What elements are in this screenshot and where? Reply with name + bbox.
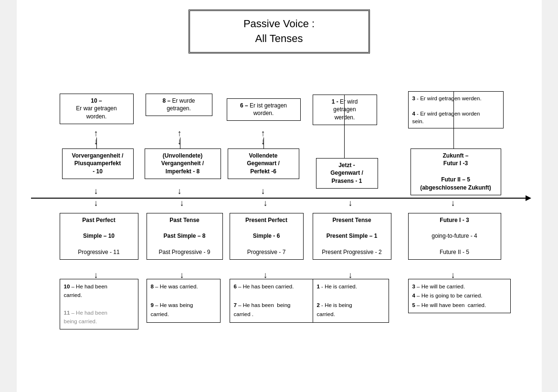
english-future: Future I - 3 going-to-future - 4 Future … bbox=[408, 213, 501, 260]
german-pluperfect: Vorvergangenheit /Plusquamperfekt- 10 bbox=[62, 148, 134, 179]
example-s8: 8 – Er wurdegetragen. bbox=[146, 94, 212, 117]
arrow-pluperfect-up: ↑ bbox=[94, 128, 98, 138]
english-pres-tense: Present Tense Present Simple – 1 Present… bbox=[313, 213, 391, 260]
example-s1: 1 - Er wirdgetragenwerden. bbox=[313, 95, 377, 125]
title-line2: All Tenses bbox=[255, 32, 303, 44]
arrow-imperfect-up: ↑ bbox=[178, 128, 182, 138]
vline-zukunft-s3 bbox=[453, 91, 454, 148]
german-perfekt: VollendeteGegenwart /Perfekt -6 bbox=[228, 148, 299, 179]
example-s6: 6 – Er ist getragenworden. bbox=[227, 98, 301, 121]
arrow-timeline-pasttense: ↓ bbox=[180, 198, 184, 208]
example-s3-4: 3 - Er wird getragen werden. 4 - Er wird… bbox=[408, 91, 504, 128]
english-past-tense: Past Tense Past Simple – 8 Past Progress… bbox=[147, 213, 223, 260]
example-e10: 10 – He had beencarried. 11 – He had bee… bbox=[60, 279, 138, 329]
arrow-timeline-future: ↓ bbox=[451, 198, 455, 208]
example-e3: 3 – He will be carried. 4 – He is going … bbox=[408, 279, 511, 314]
example-e8: 8 – He was carried. 9 – He was beingcarr… bbox=[147, 279, 221, 323]
english-pres-perfect: Present Perfect Simple - 6 Progressive -… bbox=[230, 213, 304, 260]
german-zukunft: Zukunft –Futur I -3 Futur II – 5(abgesch… bbox=[411, 148, 501, 195]
title-line1: Passive Voice : bbox=[243, 18, 315, 30]
arrow-timeline-presperf: ↓ bbox=[263, 198, 268, 208]
vline-jetzt-s1 bbox=[344, 95, 345, 158]
german-imperfect: (Unvollendete)Vergangenheit /Imperfekt -… bbox=[145, 148, 221, 179]
arrow-pluperfect-down: ↓ bbox=[94, 186, 98, 196]
arrow-perfekt-up: ↑ bbox=[261, 128, 265, 138]
arrow-timeline-pastperf: ↓ bbox=[94, 198, 98, 208]
arrow-perfekt-down: ↓ bbox=[261, 186, 265, 196]
example-e1: 1 - He is carried. 2 - He is beingcarrie… bbox=[313, 279, 389, 323]
title-box: Passive Voice : All Tenses bbox=[189, 10, 370, 53]
english-past-perfect: Past Perfect Simple – 10 Progressive - 1… bbox=[60, 213, 138, 260]
example-e6: 6 – He has been carried. 7 – He has been… bbox=[230, 279, 313, 323]
german-jetzt: Jetzt -Gegenwart /Prasens - 1 bbox=[316, 158, 378, 189]
example-s10: 10 –Er war getragenworden. bbox=[60, 94, 134, 124]
arrow-imperfect-down: ↓ bbox=[178, 186, 182, 196]
arrow-timeline-prestense: ↓ bbox=[348, 198, 353, 208]
